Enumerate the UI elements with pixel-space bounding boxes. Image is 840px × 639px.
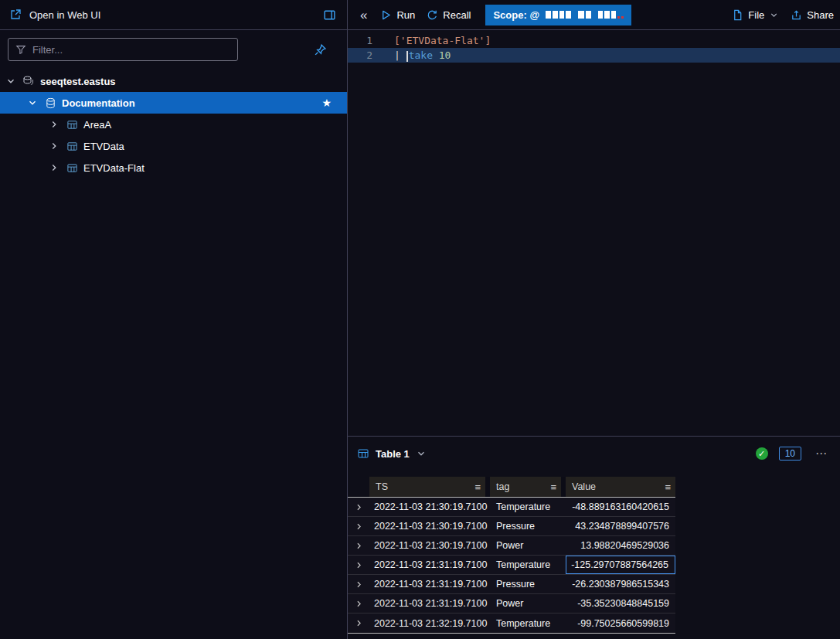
- toggle-sidebar-panel-icon[interactable]: [323, 8, 336, 22]
- cell-value-selected[interactable]: -125.29707887564265: [566, 556, 675, 574]
- table-row[interactable]: 2022-11-03 21:31:19.7100 Temperature -12…: [348, 556, 675, 575]
- cell-ts[interactable]: 2022-11-03 21:31:19.7100: [369, 594, 490, 613]
- cluster-icon: [22, 75, 35, 87]
- cell-value[interactable]: -99.75025660599819: [566, 614, 675, 633]
- cell-value[interactable]: 13.98820469529036: [566, 536, 675, 555]
- cell-ts[interactable]: 2022-11-03 21:30:19.7100: [369, 517, 490, 535]
- open-in-web-ui-button[interactable]: Open in Web UI: [29, 9, 100, 21]
- query-editor[interactable]: 1 ['ETVData-Flat'] 2 | take 10: [348, 30, 840, 436]
- file-menu-button[interactable]: File: [732, 9, 779, 21]
- line-number: 1: [348, 33, 383, 48]
- cell-tag[interactable]: Pressure: [490, 517, 566, 535]
- cell-ts[interactable]: 2022-11-03 21:30:19.7100: [369, 498, 490, 516]
- top-bar: Open in Web UI « Run Recall Scope: @: [0, 0, 840, 30]
- cell-ts[interactable]: 2022-11-03 21:31:19.7100: [369, 575, 490, 593]
- column-menu-icon[interactable]: ≡: [550, 482, 556, 492]
- column-header-label: TS: [376, 481, 388, 492]
- row-expander-icon[interactable]: [348, 556, 369, 574]
- scope-selector[interactable]: Scope: @: [485, 5, 631, 25]
- query-toolbar: « Run Recall Scope: @: [348, 0, 840, 29]
- row-expander-icon[interactable]: [348, 536, 369, 555]
- cell-tag[interactable]: Temperature: [490, 556, 566, 574]
- table-row[interactable]: 2022-11-03 21:31:19.7100 Power -35.35230…: [348, 594, 675, 614]
- table-icon: [66, 141, 78, 152]
- cluster-label: seeqtest.eastus: [40, 76, 116, 87]
- chevron-down-icon[interactable]: [26, 97, 39, 108]
- cell-tag[interactable]: Power: [490, 594, 566, 613]
- code-token-pipe: |: [394, 49, 406, 61]
- recall-button[interactable]: Recall: [427, 9, 471, 21]
- chevron-right-icon[interactable]: [48, 119, 60, 130]
- main-body: seeqtest.eastus Documentation ★ AreaA ET: [0, 30, 840, 639]
- chevron-down-icon[interactable]: [416, 448, 427, 459]
- connection-tree: seeqtest.eastus Documentation ★ AreaA ET: [0, 70, 347, 178]
- share-button[interactable]: Share: [791, 9, 834, 21]
- tree-item-table[interactable]: ETVData-Flat: [0, 157, 347, 178]
- grid-header-expander: [348, 477, 369, 497]
- table-icon: [357, 447, 369, 460]
- cell-ts[interactable]: 2022-11-03 21:32:19.7100: [369, 614, 490, 633]
- column-header-label: Value: [572, 481, 596, 492]
- code-token-keyword: take: [409, 49, 439, 61]
- table-row[interactable]: 2022-11-03 21:31:19.7100 Pressure -26.23…: [348, 575, 675, 594]
- file-icon: [732, 9, 743, 21]
- table-icon: [66, 162, 78, 174]
- table-row[interactable]: 2022-11-03 21:30:19.7100 Pressure 43.234…: [348, 517, 675, 536]
- favorite-star-icon[interactable]: ★: [321, 97, 332, 108]
- tree-item-cluster[interactable]: seeqtest.eastus: [0, 70, 347, 92]
- editor-line-current[interactable]: 2 | take 10: [348, 48, 840, 63]
- grid-body: 2022-11-03 21:30:19.7100 Temperature -48…: [348, 497, 675, 634]
- table-row[interactable]: 2022-11-03 21:30:19.7100 Temperature -48…: [348, 498, 675, 517]
- row-expander-icon[interactable]: [348, 614, 369, 633]
- results-header: Table 1 ✓ 10 ⋯: [348, 437, 840, 471]
- filter-box: [8, 38, 238, 61]
- cell-value[interactable]: 43.234878899407576: [566, 517, 675, 535]
- column-menu-icon[interactable]: ≡: [474, 482, 481, 492]
- results-table-selector[interactable]: Table 1: [376, 448, 410, 460]
- grid-header-value[interactable]: Value ≡: [566, 477, 675, 497]
- cell-tag[interactable]: Pressure: [490, 575, 566, 593]
- table-row[interactable]: 2022-11-03 21:32:19.7100 Temperature -99…: [348, 614, 675, 633]
- open-in-web-ui-icon: [9, 8, 22, 21]
- table-label: ETVData-Flat: [83, 162, 145, 174]
- share-icon: [791, 9, 802, 21]
- row-expander-icon[interactable]: [348, 594, 369, 613]
- recall-label: Recall: [443, 9, 471, 21]
- row-expander-icon[interactable]: [348, 498, 369, 516]
- row-expander-icon[interactable]: [348, 575, 369, 593]
- cell-value[interactable]: -48.889163160420615: [566, 498, 675, 516]
- row-count-badge[interactable]: 10: [779, 447, 801, 461]
- cell-value[interactable]: -35.35230848845159: [566, 594, 675, 613]
- cell-tag[interactable]: Power: [490, 536, 566, 555]
- chevron-right-icon[interactable]: [48, 162, 60, 173]
- filter-input[interactable]: [32, 44, 230, 56]
- cell-tag[interactable]: Temperature: [490, 614, 566, 633]
- code-text: | take 10: [383, 48, 451, 63]
- results-panel: Table 1 ✓ 10 ⋯ TS ≡ tag: [348, 436, 840, 639]
- chevron-down-icon[interactable]: [5, 76, 17, 87]
- filter-row: [0, 30, 347, 67]
- grid-header-ts[interactable]: TS ≡: [369, 477, 490, 497]
- cell-ts[interactable]: 2022-11-03 21:31:19.7100: [369, 556, 490, 574]
- more-options-button[interactable]: ⋯: [814, 447, 829, 461]
- grid-header-row: TS ≡ tag ≡ Value ≡: [348, 477, 675, 497]
- cell-value[interactable]: -26.230387986515343: [566, 575, 675, 593]
- table-row[interactable]: 2022-11-03 21:30:19.7100 Power 13.988204…: [348, 536, 675, 556]
- cell-ts[interactable]: 2022-11-03 21:30:19.7100: [369, 536, 490, 555]
- pin-filter-icon[interactable]: [314, 43, 327, 56]
- tree-item-database-selected[interactable]: Documentation ★: [0, 92, 347, 114]
- cell-tag[interactable]: Temperature: [490, 498, 566, 516]
- chevron-right-icon[interactable]: [48, 141, 60, 151]
- collapse-panel-button[interactable]: «: [359, 8, 369, 22]
- row-expander-icon[interactable]: [348, 517, 369, 535]
- play-icon: [380, 9, 392, 21]
- tree-item-table[interactable]: ETVData: [0, 135, 347, 157]
- connections-sidebar: seeqtest.eastus Documentation ★ AreaA ET: [0, 30, 348, 639]
- editor-line[interactable]: 1 ['ETVData-Flat']: [348, 33, 840, 48]
- tree-item-table[interactable]: AreaA: [0, 114, 347, 135]
- topbar-left-section: Open in Web UI: [0, 0, 348, 29]
- column-menu-icon[interactable]: ≡: [665, 482, 671, 492]
- run-button[interactable]: Run: [380, 9, 415, 21]
- database-label: Documentation: [62, 97, 135, 109]
- grid-header-tag[interactable]: tag ≡: [490, 477, 566, 497]
